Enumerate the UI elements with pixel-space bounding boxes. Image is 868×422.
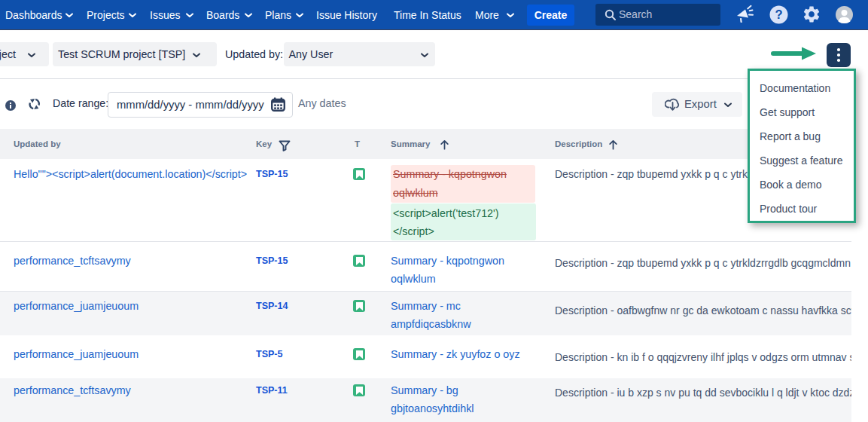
svg-text:?: ?	[775, 8, 782, 21]
